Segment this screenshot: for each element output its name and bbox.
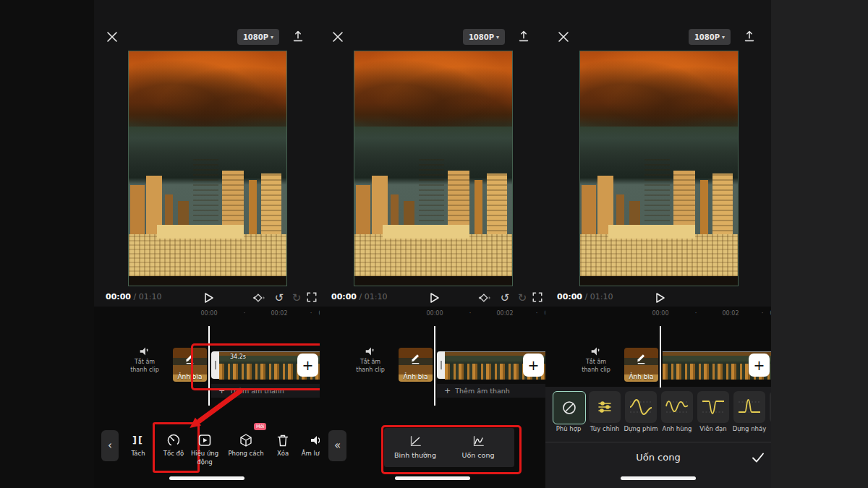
video-preview[interactable]: [579, 51, 739, 286]
toolbar-label: Tách: [119, 450, 157, 457]
cube-icon: [227, 432, 265, 448]
resolution-selector[interactable]: 1080P ▾: [463, 29, 505, 45]
toolbar-label: Xóa: [264, 450, 302, 457]
fullscreen-icon[interactable]: [531, 291, 545, 305]
cityscape-clouds: [354, 51, 512, 127]
mute-clip-button[interactable]: Tắt âm thanh clip: [573, 345, 619, 374]
annotation-arrow: [175, 388, 247, 433]
clip-left-handle[interactable]: [437, 351, 445, 379]
mute-label: Tắt âm: [135, 359, 155, 366]
play-button[interactable]: [652, 291, 667, 305]
ruler-dot: ·: [760, 310, 765, 317]
preset-flash[interactable]: [733, 391, 765, 423]
add-audio-label: Thêm âm thanh: [455, 387, 510, 395]
cityscape-building: [249, 180, 257, 236]
toolbar-animation[interactable]: Hiệu ứng động: [186, 432, 224, 466]
resolution-label: 1080P: [469, 33, 494, 41]
cover-tile[interactable]: Ảnh bìa: [399, 348, 433, 382]
add-clip-button[interactable]: +: [523, 354, 544, 377]
resolution-selector[interactable]: 1080P ▾: [689, 29, 731, 45]
chevron-down-icon: ▾: [496, 34, 499, 40]
fullscreen-icon[interactable]: [305, 291, 320, 305]
redo-icon[interactable]: ↻: [515, 291, 529, 305]
preset-partial[interactable]: [770, 391, 771, 423]
ruler-dot: ·: [467, 310, 473, 317]
play-button[interactable]: [427, 291, 441, 305]
ruler-tick: 00:00: [649, 310, 672, 317]
close-icon[interactable]: [557, 30, 570, 43]
play-button[interactable]: [201, 291, 216, 305]
undo-icon[interactable]: ↺: [498, 291, 512, 305]
annotation-clip-highlight: [191, 343, 320, 390]
preset-label: Phù hợp: [550, 425, 587, 432]
cityscape-foreground: [580, 234, 738, 276]
ruler-tick: 00:00: [197, 310, 221, 317]
add-audio-button[interactable]: + Thêm âm thanh: [437, 384, 545, 398]
ruler-dot: ·: [308, 310, 314, 317]
add-clip-button[interactable]: +: [749, 354, 770, 377]
redo-icon[interactable]: ↻: [289, 291, 304, 305]
toolbar-speed-normal[interactable]: Bình thường: [389, 434, 441, 458]
preset-custom[interactable]: [589, 391, 621, 423]
export-icon[interactable]: [742, 29, 757, 43]
preset-none[interactable]: [553, 391, 586, 424]
curve-bullet-icon: [700, 396, 726, 418]
double-chevron-left-icon: «: [334, 439, 341, 452]
cityscape-building: [582, 185, 596, 236]
video-effect-icon: [186, 432, 224, 448]
capcut-screen-3: 1080P ▾ 00:00 / 01:10 00:00 · 00:02 · 00…: [545, 0, 771, 488]
cityscape-building: [130, 185, 145, 236]
export-icon[interactable]: [291, 29, 305, 43]
graph-curve-icon: [452, 434, 504, 450]
ruler-dot: ·: [242, 310, 247, 317]
cityscape-foreground: [157, 225, 244, 239]
pencil-icon: [409, 351, 422, 364]
cityscape-ground: [129, 276, 286, 286]
toolbar-style[interactable]: Phong cách: [227, 432, 265, 457]
toolbar-delete[interactable]: Xóa: [264, 432, 302, 457]
keyframe-icon[interactable]: [476, 291, 490, 305]
preset-montage[interactable]: [625, 391, 657, 423]
playhead: [660, 326, 661, 388]
cover-tile[interactable]: Ảnh bìa: [624, 348, 658, 382]
time-current: 00:00: [557, 292, 582, 301]
close-icon[interactable]: [106, 30, 119, 43]
preset-hero[interactable]: [661, 391, 693, 423]
plus-icon: +: [754, 357, 765, 373]
export-icon[interactable]: [516, 29, 531, 43]
undo-icon[interactable]: ↺: [272, 291, 286, 305]
toolbar-split[interactable]: ][ Tách: [119, 432, 157, 457]
cityscape-building: [475, 180, 482, 236]
time-total: 01:10: [139, 292, 162, 301]
trash-icon: [264, 432, 302, 448]
toolbar-volume[interactable]: Âm lượng: [297, 432, 320, 457]
keyframe-icon[interactable]: [250, 291, 265, 305]
toolbar-label: Bình thường: [389, 452, 441, 458]
toolbar-speed-curve[interactable]: Uốn cong: [452, 434, 504, 458]
cityscape-clouds: [580, 51, 738, 127]
time-current: 00:00: [106, 292, 131, 301]
video-preview[interactable]: [354, 51, 513, 286]
cityscape-foreground: [608, 225, 695, 239]
resolution-label: 1080P: [243, 33, 268, 41]
cityscape-foreground: [129, 234, 286, 276]
collapse-button[interactable]: «: [328, 430, 346, 461]
time-divider: /: [359, 292, 362, 301]
ruler-tick: 00:04: [767, 310, 771, 317]
home-indicator: [621, 476, 696, 480]
confirm-check-icon[interactable]: [750, 450, 766, 466]
close-icon[interactable]: [331, 30, 344, 43]
preset-bullet[interactable]: [697, 391, 729, 423]
cityscape-clouds: [129, 51, 286, 127]
panel-title: Uốn cong: [545, 448, 771, 468]
ruler-tick: 00:02: [719, 310, 742, 317]
resolution-selector[interactable]: 1080P ▾: [237, 29, 279, 45]
mute-label: Tắt âm: [360, 359, 380, 366]
video-preview[interactable]: [128, 51, 287, 286]
mute-clip-button[interactable]: Tắt âm thanh clip: [122, 345, 168, 374]
mute-clip-button[interactable]: Tắt âm thanh clip: [347, 345, 393, 374]
plus-icon: +: [528, 357, 540, 373]
home-indicator: [395, 476, 470, 480]
curve-hero-icon: [664, 396, 690, 418]
back-button[interactable]: ‹: [101, 430, 119, 461]
